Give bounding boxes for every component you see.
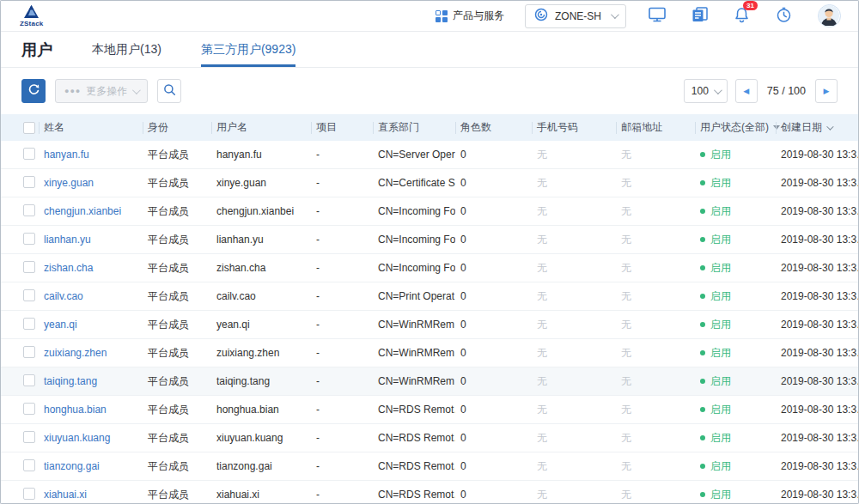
user-name-link[interactable]: yean.qi — [39, 319, 143, 331]
user-name-link[interactable]: taiqing.tang — [39, 375, 143, 387]
zstack-logo[interactable]: ZStack — [20, 5, 43, 27]
table-row[interactable]: hanyan.fu 平台成员 hanyan.fu - CN=Server Ope… — [1, 141, 858, 169]
select-all-checkbox[interactable] — [23, 122, 35, 134]
row-checkbox[interactable] — [23, 431, 35, 443]
department-cell: CN=RDS Remot… — [373, 489, 455, 501]
more-actions-button[interactable]: ●●● 更多操作 — [55, 79, 148, 103]
created-date-cell: 2019-08-30 13:3… — [776, 234, 858, 246]
user-name-link[interactable]: zishan.cha — [39, 262, 143, 274]
table-row[interactable]: chengjun.xianbei 平台成员 chengjun.xianbei -… — [1, 197, 858, 226]
status-label: 启用 — [710, 148, 731, 162]
email-cell: 无 — [616, 403, 695, 417]
table-body: hanyan.fu 平台成员 hanyan.fu - CN=Server Ope… — [1, 141, 858, 504]
status-badge: 启用 — [700, 176, 776, 191]
row-checkbox[interactable] — [23, 318, 35, 330]
department-cell: CN=WinRMRem… — [373, 375, 455, 387]
user-name-link[interactable]: xiuyuan.kuang — [39, 432, 143, 444]
user-name-link[interactable]: lianhan.yu — [39, 234, 143, 246]
page-title: 用户 — [21, 39, 52, 60]
identity-cell: 平台成员 — [143, 318, 211, 332]
history-button[interactable] — [776, 7, 792, 26]
row-checkbox[interactable] — [23, 488, 35, 500]
row-checkbox[interactable] — [23, 176, 35, 188]
column-header-phone[interactable]: 手机号码 — [532, 120, 616, 135]
tab-third-party-users[interactable]: 第三方用户(9923) — [201, 32, 295, 67]
status-dot-icon — [700, 492, 705, 497]
row-checkbox[interactable] — [23, 204, 35, 216]
row-checkbox[interactable] — [23, 374, 35, 386]
table-row[interactable]: tianzong.gai 平台成员 tianzong.gai - CN=RDS … — [1, 452, 858, 481]
row-checkbox[interactable] — [23, 233, 35, 245]
email-cell: 无 — [616, 459, 695, 474]
table-row[interactable]: xiuyuan.kuang 平台成员 xiuyuan.kuang - CN=RD… — [1, 424, 858, 452]
user-name-link[interactable]: chengjun.xianbei — [39, 205, 143, 217]
docs-button[interactable] — [691, 7, 708, 25]
table-row[interactable]: cailv.cao 平台成员 cailv.cao - CN=Print Oper… — [1, 282, 858, 311]
table-row[interactable]: taiqing.tang 平台成员 taiqing.tang - CN=WinR… — [1, 367, 858, 396]
row-checkbox[interactable] — [23, 148, 35, 160]
column-header-email[interactable]: 邮箱地址 — [616, 120, 695, 135]
row-checkbox[interactable] — [23, 261, 35, 273]
row-checkbox[interactable] — [23, 346, 35, 358]
tab-local-users[interactable]: 本地用户(13) — [92, 32, 161, 67]
roles-cell: 0 — [455, 347, 532, 359]
table-row[interactable]: xiahuai.xi 平台成员 xiahuai.xi - CN=RDS Remo… — [1, 481, 858, 504]
products-services-menu[interactable]: 产品与服务 — [436, 9, 504, 23]
username-cell: chengjun.xianbei — [211, 205, 311, 217]
table-row[interactable]: honghua.bian 平台成员 honghua.bian - CN=RDS … — [1, 396, 858, 424]
zone-selector[interactable]: ZONE-SH — [525, 4, 626, 28]
status-badge: 启用 — [700, 289, 776, 304]
user-name-link[interactable]: xiahuai.xi — [39, 489, 143, 501]
table-row[interactable]: zuixiang.zhen 平台成员 zuixiang.zhen - CN=Wi… — [1, 339, 858, 367]
created-date-cell: 2019-08-30 13:3… — [776, 149, 858, 161]
roles-cell: 0 — [455, 290, 532, 302]
user-menu[interactable] — [818, 4, 841, 27]
roles-cell: 0 — [455, 460, 532, 472]
column-header-date-sort[interactable]: 创建日期 — [776, 120, 858, 135]
column-header-department[interactable]: 直系部门 — [373, 120, 455, 135]
user-name-link[interactable]: tianzong.gai — [39, 460, 143, 472]
user-name-link[interactable]: hanyan.fu — [39, 149, 143, 161]
project-cell: - — [311, 347, 373, 359]
row-checkbox[interactable] — [23, 403, 35, 415]
column-header-username[interactable]: 用户名 — [211, 120, 311, 135]
page-size-select[interactable]: 100 — [684, 79, 728, 103]
status-label: 启用 — [710, 318, 731, 332]
status-badge: 启用 — [700, 204, 776, 219]
more-dots-icon: ●●● — [64, 87, 81, 95]
table-row[interactable]: zishan.cha 平台成员 zishan.cha - CN=Incoming… — [1, 254, 858, 282]
project-cell: - — [311, 149, 373, 161]
refresh-button[interactable] — [21, 79, 46, 103]
email-cell: 无 — [616, 488, 695, 502]
status-label: 启用 — [710, 261, 731, 276]
column-header-roles[interactable]: 角色数 — [455, 120, 532, 135]
zone-value: ZONE-SH — [555, 10, 604, 22]
row-checkbox[interactable] — [23, 459, 35, 471]
console-button[interactable] — [649, 7, 666, 25]
zstack-logo-icon — [24, 5, 39, 20]
department-cell: CN=RDS Remot… — [373, 460, 455, 472]
table-row[interactable]: lianhan.yu 平台成员 lianhan.yu - CN=Incoming… — [1, 226, 858, 254]
identity-cell: 平台成员 — [143, 233, 211, 247]
next-page-button[interactable]: ▶ — [815, 79, 838, 103]
user-name-link[interactable]: cailv.cao — [39, 290, 143, 302]
column-header-identity[interactable]: 身份 — [143, 120, 211, 135]
clock-icon — [776, 7, 792, 26]
search-button[interactable] — [157, 79, 181, 103]
column-header-name[interactable]: 姓名 — [39, 120, 143, 135]
column-header-project[interactable]: 项目 — [311, 120, 373, 135]
table-row[interactable]: yean.qi 平台成员 yean.qi - CN=WinRMRem… 0 无 … — [1, 311, 858, 339]
project-cell: - — [311, 177, 373, 189]
user-name-link[interactable]: zuixiang.zhen — [39, 347, 143, 359]
user-name-link[interactable]: xinye.guan — [39, 177, 143, 189]
row-checkbox[interactable] — [23, 289, 35, 301]
table-row[interactable]: xinye.guan 平台成员 xinye.guan - CN=Certific… — [1, 169, 858, 197]
top-header: ZStack 产品与服务 ZONE-SH — [1, 1, 858, 32]
user-name-link[interactable]: honghua.bian — [39, 404, 143, 416]
username-cell: zuixiang.zhen — [211, 347, 311, 359]
column-header-status-filter[interactable]: 用户状态(全部) — [695, 120, 776, 135]
prev-page-button[interactable]: ◀ — [735, 79, 758, 103]
page-indicator: 75 / 100 — [767, 85, 806, 97]
phone-cell: 无 — [532, 176, 616, 191]
notifications-button[interactable]: 31 — [734, 7, 750, 26]
